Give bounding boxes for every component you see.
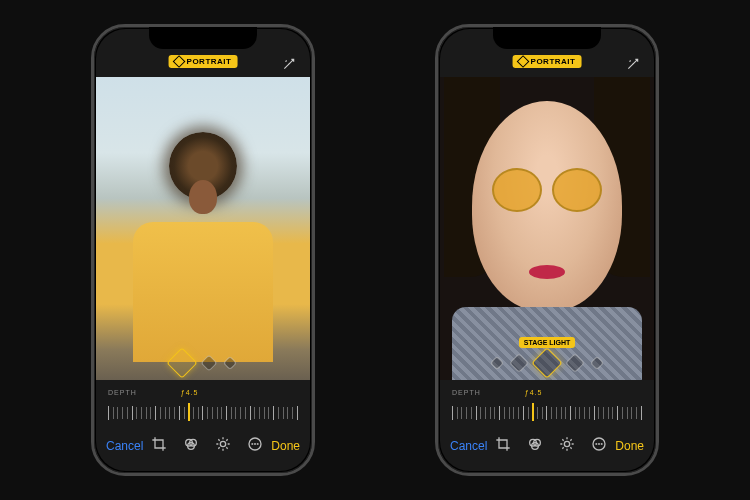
lighting-option[interactable] [590,356,604,370]
depth-row: DEPTH ƒ4.5 [440,380,654,401]
subject-shirt [133,222,273,362]
lighting-option-selected[interactable] [531,347,562,378]
cancel-button[interactable]: Cancel [450,439,487,453]
lighting-label: STAGE LIGHT [519,337,576,348]
filters-icon[interactable] [527,436,543,456]
depth-slider[interactable] [96,401,310,427]
lighting-picker[interactable]: STAGE LIGHT [440,337,654,374]
depth-label: DEPTH [452,389,481,396]
depth-value: ƒ4.5 [181,389,199,396]
photo-preview[interactable]: STAGE LIGHT [440,77,654,380]
svg-point-15 [602,444,603,445]
depth-slider[interactable] [440,401,654,427]
more-icon[interactable] [591,436,607,456]
svg-point-13 [596,444,597,445]
slider-knob[interactable] [188,403,190,421]
svg-point-3 [221,441,226,446]
aperture-icon [517,55,530,68]
notch [493,27,601,49]
portrait-badge: PORTRAIT [513,55,582,68]
depth-row: DEPTH ƒ4.5 [96,380,310,401]
lighting-option[interactable] [490,356,504,370]
svg-point-6 [255,444,256,445]
lighting-option-selected[interactable] [166,347,197,378]
notch [149,27,257,49]
photo-preview[interactable] [96,77,310,380]
magic-wand-icon[interactable] [282,57,296,74]
svg-point-11 [565,441,570,446]
svg-point-14 [599,444,600,445]
subject-lips [529,265,565,279]
portrait-badge-label: PORTRAIT [187,57,232,66]
lighting-option[interactable] [509,353,529,373]
subject-glasses [492,168,602,212]
slider-knob[interactable] [532,403,534,421]
crop-icon[interactable] [495,436,511,456]
subject-face [189,180,217,214]
lighting-option[interactable] [201,355,218,372]
depth-label: DEPTH [108,389,137,396]
svg-point-7 [258,444,259,445]
toolbar-icons [151,436,263,456]
slider-ticks [452,407,642,419]
portrait-badge: PORTRAIT [169,55,238,68]
more-icon[interactable] [247,436,263,456]
aperture-icon [173,55,186,68]
depth-value: ƒ4.5 [525,389,543,396]
lighting-option[interactable] [565,353,585,373]
adjust-icon[interactable] [215,436,231,456]
slider-ticks [108,407,298,419]
phone-left: PORTRAIT DEPTH ƒ4.5 [91,24,315,476]
screen: PORTRAIT STAGE LIGHT [440,29,654,471]
toolbar-icons [495,436,607,456]
magic-wand-icon[interactable] [626,57,640,74]
cancel-button[interactable]: Cancel [106,439,143,453]
portrait-badge-label: PORTRAIT [531,57,576,66]
bottom-toolbar: Cancel Done [440,427,654,471]
bottom-toolbar: Cancel Done [96,427,310,471]
lighting-option[interactable] [223,356,237,370]
screen: PORTRAIT DEPTH ƒ4.5 [96,29,310,471]
svg-point-5 [252,444,253,445]
done-button[interactable]: Done [615,439,644,453]
done-button[interactable]: Done [271,439,300,453]
filters-icon[interactable] [183,436,199,456]
lighting-picker[interactable] [96,352,310,374]
phone-right: PORTRAIT STAGE LIGHT [435,24,659,476]
adjust-icon[interactable] [559,436,575,456]
crop-icon[interactable] [151,436,167,456]
